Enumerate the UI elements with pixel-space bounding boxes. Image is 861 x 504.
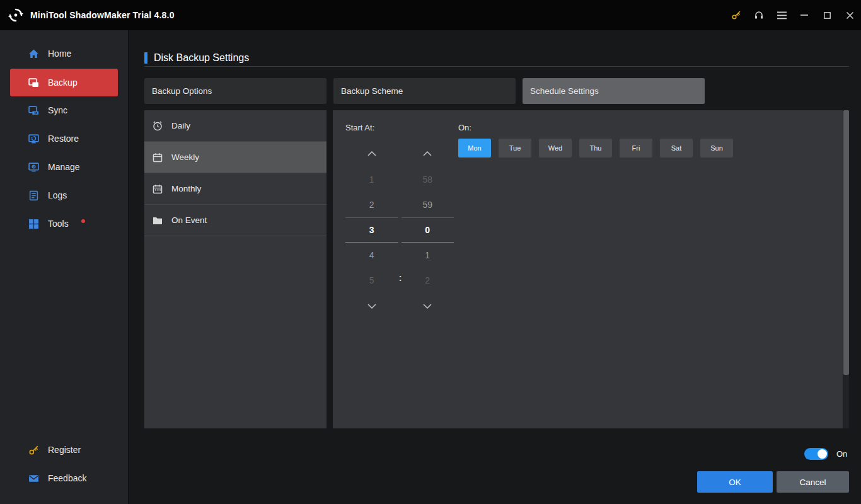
home-icon [28,48,39,59]
titlebar-controls [725,0,861,30]
toggle-state-label: On [836,449,847,459]
titlebar: MiniTool ShadowMaker Trial 4.8.0 [0,0,861,30]
main-content: Disk Backup Settings Backup Options Back… [129,30,861,504]
schedule-type-list: Daily Weekly [144,110,326,428]
tools-icon [28,218,39,229]
hour-option-selected[interactable]: 3 [345,217,398,243]
time-picker: 1 2 3 4 5 58 59 [345,140,454,319]
schedule-item-on-event[interactable]: On Event [144,205,326,236]
tab-backup-options[interactable]: Backup Options [144,78,326,104]
schedule-item-label: On Event [171,215,207,225]
hour-option[interactable]: 1 [345,167,398,192]
sidebar-item-label: Register [48,445,81,455]
day-button-sat[interactable]: Sat [660,139,693,158]
sidebar-item-label: Sync [48,105,67,115]
day-button-tue[interactable]: Tue [499,139,531,158]
feedback-envelope-icon [28,472,39,484]
day-button-sun[interactable]: Sun [700,139,733,158]
sync-icon [28,105,39,116]
logs-icon [28,190,39,201]
calendar-week-icon [152,152,163,163]
accent-bar [144,52,147,64]
titlebar-left: MiniTool ShadowMaker Trial 4.8.0 [0,7,175,23]
hour-column: 1 2 3 4 5 [345,140,398,319]
time-colon: : [398,273,403,283]
hour-option[interactable]: 5 [345,268,398,293]
sidebar-item-logs[interactable]: Logs [0,181,128,209]
settings-tabs: Backup Options Backup Scheme Schedule Se… [144,78,705,104]
page-header: Disk Backup Settings [144,52,249,64]
hour-option[interactable]: 4 [345,243,398,268]
sidebar-item-backup[interactable]: Backup [10,69,118,96]
sidebar-item-label: Restore [48,134,79,144]
sidebar-item-label: Logs [48,190,67,200]
minute-column: 58 59 0 1 2 [402,140,454,319]
sidebar-item-label: Tools [48,219,69,229]
day-button-mon[interactable]: Mon [458,139,491,158]
day-button-fri[interactable]: Fri [620,139,652,158]
minute-option-selected[interactable]: 0 [402,217,454,243]
sidebar-item-feedback[interactable]: Feedback [0,464,128,492]
minimize-button[interactable] [793,0,816,30]
schedule-item-label: Weekly [171,152,199,162]
app-title: MiniTool ShadowMaker Trial 4.8.0 [30,10,175,20]
sidebar-item-label: Feedback [48,473,86,483]
minute-option[interactable]: 59 [402,192,454,217]
sidebar-item-manage[interactable]: Manage [0,153,128,181]
app-window: MiniTool ShadowMaker Trial 4.8.0 [0,0,861,504]
tab-backup-scheme[interactable]: Backup Scheme [333,78,516,104]
restore-icon [28,133,39,144]
schedule-toggle-wrap[interactable]: On [804,448,847,460]
sidebar: Home Backup Sync [0,30,129,504]
sidebar-item-restore[interactable]: Restore [0,125,128,152]
toggle-knob [818,449,827,459]
app-logo-icon [8,7,24,23]
minute-up-icon[interactable] [402,140,454,167]
scrollbar-thumb[interactable] [843,110,849,375]
schedule-item-daily[interactable]: Daily [144,110,326,142]
ok-button[interactable]: OK [697,471,773,493]
close-button[interactable] [838,0,861,30]
backup-icon [28,77,39,88]
start-at-label: Start At: [345,123,374,132]
folder-icon [152,215,163,226]
minute-down-icon[interactable] [402,293,454,319]
schedule-item-label: Monthly [171,184,201,193]
sidebar-item-label: Home [48,49,71,59]
hour-down-icon[interactable] [345,293,398,319]
tools-notification-dot [81,219,85,223]
sidebar-item-tools[interactable]: Tools [0,210,128,238]
schedule-toggle[interactable] [804,448,828,460]
sidebar-item-home[interactable]: Home [0,40,128,67]
weekly-schedule-panel: Start At: On: 1 2 3 4 5 [333,110,843,428]
hour-option[interactable]: 2 [345,192,398,217]
schedule-item-label: Daily [171,121,190,130]
page-title: Disk Backup Settings [154,52,249,64]
maximize-button[interactable] [816,0,838,30]
minute-option[interactable]: 2 [402,268,454,293]
cancel-button[interactable]: Cancel [777,471,849,493]
day-of-week-buttons: Mon Tue Wed Thu Fri Sat Sun [458,139,733,158]
header-divider [144,66,849,67]
panel-scrollbar[interactable] [843,110,849,428]
on-label: On: [458,123,471,132]
day-button-wed[interactable]: Wed [539,139,572,158]
support-headset-icon[interactable] [748,0,770,30]
calendar-month-icon [152,183,163,194]
register-key-icon [28,444,39,455]
tab-schedule-settings[interactable]: Schedule Settings [523,78,705,104]
minute-option[interactable]: 1 [402,243,454,268]
sidebar-item-sync[interactable]: Sync [0,96,128,124]
hour-up-icon[interactable] [345,140,398,167]
menu-icon[interactable] [770,0,793,30]
license-key-icon[interactable] [725,0,748,30]
sidebar-item-register[interactable]: Register [0,436,128,464]
sidebar-item-label: Backup [48,77,78,88]
day-button-thu[interactable]: Thu [579,139,612,158]
schedule-item-weekly[interactable]: Weekly [144,142,326,173]
schedule-item-monthly[interactable]: Monthly [144,173,326,205]
minute-option[interactable]: 58 [402,167,454,192]
clock-icon [152,120,163,131]
sidebar-item-label: Manage [48,162,80,172]
manage-icon [28,161,39,173]
